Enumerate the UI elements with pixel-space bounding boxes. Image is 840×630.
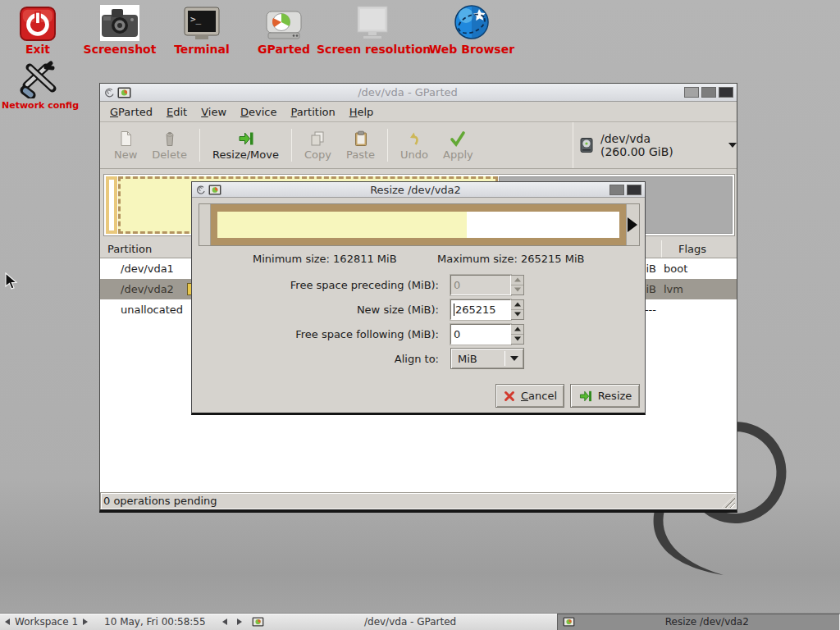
spin-down-icon[interactable]	[511, 310, 523, 319]
desktop: Exit Screenshot >_ Terminal GParted Scre…	[0, 0, 840, 630]
task-button-resize-dialog[interactable]: Resize /dev/vda2	[557, 614, 840, 630]
desktop-icon-label: Terminal	[167, 43, 237, 56]
spin-down-icon	[511, 285, 523, 294]
cancel-button[interactable]: Cancel	[495, 384, 564, 408]
copy-button[interactable]: Copy	[297, 127, 339, 163]
workspace-next-icon[interactable]	[83, 619, 88, 625]
resize-slider[interactable]	[199, 203, 640, 246]
task-button-gparted[interactable]: /dev/vda - GParted	[247, 614, 557, 630]
paste-button[interactable]: Paste	[339, 127, 382, 163]
menu-partition[interactable]: Partition	[291, 106, 336, 118]
window-title: /dev/vda - GParted	[131, 86, 684, 98]
free-space-preceding-row: Free space preceding (MiB): 0	[192, 274, 524, 295]
gparted-app-icon	[563, 617, 575, 627]
align-to-row: Align to: MiB	[192, 348, 524, 369]
menu-device[interactable]: Device	[240, 106, 276, 118]
resize-dialog: Resize /dev/vda2 Minimum size: 162811 Mi…	[191, 181, 646, 415]
resize-grip[interactable]	[722, 495, 735, 508]
paste-icon	[352, 130, 370, 148]
maximize-button[interactable]	[609, 185, 624, 195]
partition-block-vda1[interactable]	[106, 176, 117, 234]
debian-swirl-icon	[195, 185, 206, 195]
gparted-app-icon	[117, 87, 131, 98]
new-partition-icon	[116, 130, 135, 148]
free-space-preceding-spinner: 0	[450, 275, 524, 295]
desktop-icon-screen-resolution[interactable]: Screen resolution	[317, 2, 428, 56]
menu-edit[interactable]: Edit	[167, 106, 187, 118]
chevron-down-icon	[510, 356, 518, 361]
resize-button[interactable]: Resize	[570, 384, 640, 408]
tasklist-prev-icon[interactable]	[222, 619, 227, 625]
toolbar-separator	[387, 129, 388, 162]
desktop-icon-label: GParted	[249, 43, 319, 56]
toolbar-separator	[199, 129, 200, 162]
tasklist-next-icon[interactable]	[237, 619, 242, 625]
column-header-flags[interactable]: Flags	[678, 243, 706, 255]
gparted-app-icon	[252, 617, 264, 627]
toolbar: New Delete Resize/Move Copy Paste	[100, 122, 737, 169]
free-space-following-input[interactable]: 0	[450, 324, 511, 345]
globe-icon	[418, 2, 525, 41]
new-button[interactable]: New	[107, 127, 144, 163]
task-label: /dev/vda - GParted	[269, 616, 552, 628]
toolbar-separator	[291, 129, 292, 162]
desktop-icon-screenshot[interactable]: Screenshot	[79, 2, 161, 56]
desktop-icon-label: Exit	[11, 43, 64, 56]
disk-partition-icon	[249, 2, 319, 41]
desktop-icon-gparted[interactable]: GParted	[249, 2, 319, 56]
undo-button[interactable]: Undo	[393, 127, 436, 163]
menu-gparted[interactable]: GParted	[110, 106, 153, 118]
new-size-input[interactable]: 265215	[450, 299, 511, 320]
statusbar: 0 operations pending	[100, 492, 737, 509]
column-header-partition[interactable]: Partition	[107, 243, 152, 255]
workspace-prev-icon[interactable]	[5, 619, 10, 625]
device-selector[interactable]: /dev/vda (260.00 GiB)	[579, 130, 737, 160]
apply-check-icon	[449, 130, 467, 148]
right-arrow-icon	[628, 217, 637, 232]
power-icon	[11, 2, 64, 41]
maximum-size-label: Maximum size: 265215 MiB	[437, 253, 584, 265]
camera-icon	[79, 2, 161, 41]
new-size-spinner[interactable]: 265215	[450, 299, 524, 320]
menubar: GParted Edit View Device Partition Help	[100, 102, 737, 122]
svg-text:>_: >_	[190, 14, 202, 25]
free-space-following-row: Free space following (MiB): 0	[192, 323, 524, 345]
free-space-following-spinner[interactable]: 0	[450, 324, 524, 345]
desktop-icon-label: Network config	[2, 100, 77, 111]
menu-help[interactable]: Help	[349, 106, 374, 118]
slider-right-handle[interactable]	[626, 204, 639, 245]
chevron-down-icon	[728, 143, 737, 148]
undo-icon	[405, 130, 423, 148]
task-label: Resize /dev/vda2	[580, 616, 834, 628]
apply-button[interactable]: Apply	[436, 127, 481, 163]
dialog-title: Resize /dev/vda2	[221, 184, 609, 196]
desktop-icon-network-config[interactable]: Network config	[2, 59, 77, 111]
slider-left-handle[interactable]	[199, 204, 211, 245]
maximize-button[interactable]	[701, 87, 716, 98]
spin-down-icon[interactable]	[511, 335, 523, 344]
close-button[interactable]	[719, 87, 733, 98]
spin-up-icon[interactable]	[511, 300, 523, 310]
gparted-titlebar[interactable]: /dev/vda - GParted	[100, 84, 737, 102]
slider-partition-frame	[211, 204, 626, 245]
menu-view[interactable]: View	[201, 106, 226, 118]
clock: 10 May, Fri 00:58:55	[104, 616, 206, 628]
desktop-icon-exit[interactable]: Exit	[11, 2, 64, 56]
slider-free-space	[467, 212, 619, 238]
close-button[interactable]	[627, 185, 641, 195]
dialog-titlebar[interactable]: Resize /dev/vda2	[192, 182, 645, 198]
desktop-icon-web-browser[interactable]: Web Browser	[418, 2, 525, 56]
minimize-button[interactable]	[684, 87, 699, 98]
resize-move-icon	[237, 130, 255, 148]
toolbar-separator	[573, 122, 573, 168]
workspace-label[interactable]: Workspace 1	[15, 616, 78, 628]
trash-icon	[161, 130, 179, 148]
delete-button[interactable]: Delete	[144, 127, 194, 163]
desktop-icon-terminal[interactable]: >_ Terminal	[167, 2, 237, 56]
minimum-size-label: Minimum size: 162811 MiB	[253, 253, 397, 265]
desktop-icon-label: Web Browser	[418, 43, 525, 56]
spin-up-icon[interactable]	[511, 325, 523, 335]
spin-up-icon	[511, 276, 523, 285]
align-to-dropdown[interactable]: MiB	[450, 348, 524, 369]
resize-move-button[interactable]: Resize/Move	[205, 127, 286, 163]
